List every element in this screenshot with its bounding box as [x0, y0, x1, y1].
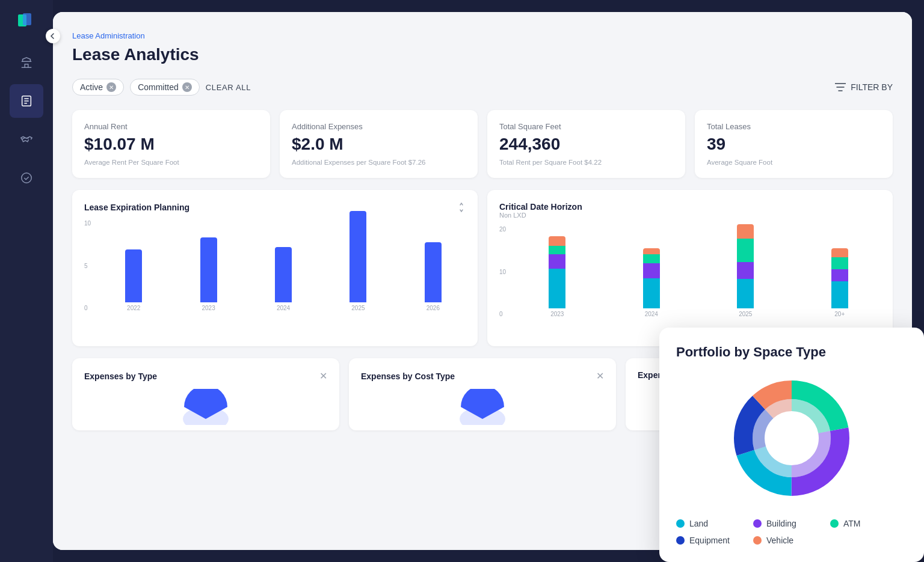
bar-2023 — [200, 237, 217, 302]
donut-center — [768, 414, 816, 462]
stacked-segment-land-2024 — [643, 278, 660, 308]
filter-tag-committed-close[interactable]: ✕ — [182, 82, 192, 92]
filter-bar: Active ✕ Committed ✕ CLEAR ALL FILTER BY — [72, 79, 893, 96]
lease-expiration-chart-title: Lease Expiration Planning — [84, 203, 189, 212]
page-title: Lease Analytics — [72, 45, 893, 64]
bar-label-2024: 2024 — [277, 305, 290, 311]
stacked-bar-2025 — [737, 224, 754, 308]
metric-value-total-leases: 39 — [707, 135, 881, 154]
metric-card-total-sqft: Total Square Feet 244,360 Total Rent per… — [487, 110, 685, 178]
stacked-segment-land-2023 — [549, 269, 565, 308]
legend-label-land: Land — [689, 519, 708, 528]
stacked-bar-group-2025: 2025 — [704, 224, 787, 317]
legend-dot-equipment — [676, 536, 685, 545]
y-label-5: 5 — [84, 263, 91, 269]
stacked-segment-building-2024 — [643, 263, 660, 278]
metric-label-total-sqft: Total Square Feet — [499, 122, 673, 131]
legend-dot-land — [676, 519, 685, 528]
y-label-20: 20 — [499, 226, 506, 233]
critical-date-bars: 2023 2024 — [499, 226, 881, 334]
breadcrumb[interactable]: Lease Administration — [72, 31, 893, 40]
chart-row: Lease Expiration Planning 10 5 0 — [72, 190, 893, 346]
expand-icon[interactable] — [455, 202, 466, 213]
stacked-segment-atm-20plus — [831, 257, 848, 269]
donut-chart-container — [676, 372, 907, 504]
legend-label-vehicle: Vehicle — [766, 536, 793, 545]
svg-point-3 — [22, 173, 32, 183]
stacked-segment-building-2025 — [737, 262, 754, 279]
lease-expiration-chart-card: Lease Expiration Planning 10 5 0 — [72, 190, 478, 346]
bar-group-2023: 2023 — [176, 237, 241, 311]
stacked-bar-2023 — [549, 236, 565, 308]
metric-label-annual-rent: Annual Rent — [84, 122, 258, 131]
critical-date-chart-header: Critical Date Horizon Non LXD — [499, 202, 881, 219]
filter-tag-active[interactable]: Active ✕ — [72, 79, 124, 96]
stacked-bar-group-20plus: 20+ — [799, 248, 881, 317]
svg-rect-1 — [23, 13, 31, 25]
sidebar-item-check[interactable] — [10, 161, 43, 195]
stacked-bar-label-2024: 2024 — [645, 311, 658, 317]
metric-card-total-leases: Total Leases 39 Average Square Foot — [695, 110, 893, 178]
sidebar-logo — [14, 10, 38, 34]
filter-by-label: FILTER BY — [851, 82, 893, 92]
expense-card-by-cost-type: Expenses by Cost Type ✕ — [349, 358, 616, 430]
bar-group-2022: 2022 — [101, 249, 166, 311]
filter-by-button[interactable]: FILTER BY — [835, 82, 893, 92]
filter-tag-active-close[interactable]: ✕ — [106, 82, 116, 92]
stacked-segment-atm-2025 — [737, 239, 754, 262]
metric-sub-annual-rent: Average Rent Per Square Foot — [84, 159, 258, 166]
legend-label-atm: ATM — [843, 519, 861, 528]
stacked-segment-building-2023 — [549, 254, 565, 269]
y-label-10: 10 — [84, 220, 91, 227]
sidebar-item-lease[interactable] — [10, 84, 43, 118]
metric-card-annual-rent: Annual Rent $10.07 M Average Rent Per Sq… — [72, 110, 270, 178]
legend-item-building: Building — [753, 519, 830, 528]
stacked-segment-land-2025 — [737, 279, 754, 308]
bar-group-2024: 2024 — [251, 247, 316, 311]
filter-tag-active-label: Active — [80, 82, 103, 92]
stacked-bar-label-2025: 2025 — [739, 311, 752, 317]
sidebar-collapse-button[interactable] — [46, 29, 60, 43]
legend-label-building: Building — [766, 519, 796, 528]
sidebar — [0, 0, 53, 562]
expense-by-cost-type-close-icon[interactable]: ✕ — [596, 370, 604, 382]
expense-by-type-chart — [84, 389, 327, 425]
legend-item-equipment: Equipment — [676, 536, 753, 545]
stacked-bar-label-2023: 2023 — [550, 311, 564, 317]
donut-chart-svg — [725, 372, 858, 504]
legend-item-vehicle: Vehicle — [753, 536, 830, 545]
bar-group-2025: 2025 — [325, 211, 390, 311]
metric-label-total-leases: Total Leases — [707, 122, 881, 131]
stacked-bar-label-20plus: 20+ — [834, 311, 845, 317]
sidebar-item-handshake[interactable] — [10, 123, 43, 156]
clear-all-button[interactable]: CLEAR ALL — [206, 83, 251, 92]
bar-2026 — [425, 242, 442, 302]
lease-expiration-bar-area: 10 5 0 2022 2023 — [84, 220, 466, 328]
bar-group-2026: 2026 — [401, 242, 466, 311]
legend-label-equipment: Equipment — [689, 536, 730, 545]
critical-date-chart-title: Critical Date Horizon — [499, 202, 582, 212]
legend-item-atm: ATM — [830, 519, 907, 528]
legend-dot-building — [753, 519, 762, 528]
expense-by-cost-type-chart — [361, 389, 604, 425]
bar-label-2023: 2023 — [202, 305, 215, 311]
bar-2025 — [350, 211, 366, 302]
sidebar-item-bank[interactable] — [10, 46, 43, 79]
portfolio-popup: Portfolio by Space Type Land — [659, 328, 924, 562]
stacked-bar-group-2023: 2023 — [516, 236, 599, 317]
stacked-bar-group-2024: 2024 — [611, 248, 693, 317]
lease-expiration-chart-header: Lease Expiration Planning — [84, 202, 466, 213]
filter-tag-committed[interactable]: Committed ✕ — [130, 79, 200, 96]
metric-label-additional-expenses: Additional Expenses — [292, 122, 466, 131]
bar-2022 — [125, 249, 142, 302]
stacked-segment-vehicle-2024 — [643, 248, 660, 254]
stacked-segment-vehicle-2025 — [737, 224, 754, 239]
metric-sub-additional-expenses: Additional Expenses per Square Foot $7.2… — [292, 159, 466, 166]
stacked-segment-atm-2023 — [549, 246, 565, 254]
expense-by-type-close-icon[interactable]: ✕ — [319, 370, 327, 382]
y-label-0: 0 — [84, 305, 91, 311]
metric-sub-total-sqft: Total Rent per Square Foot $4.22 — [499, 159, 673, 166]
critical-date-chart-card: Critical Date Horizon Non LXD 20 10 0 — [487, 190, 893, 346]
metric-card-additional-expenses: Additional Expenses $2.0 M Additional Ex… — [280, 110, 478, 178]
stacked-bar-2024 — [643, 248, 660, 308]
